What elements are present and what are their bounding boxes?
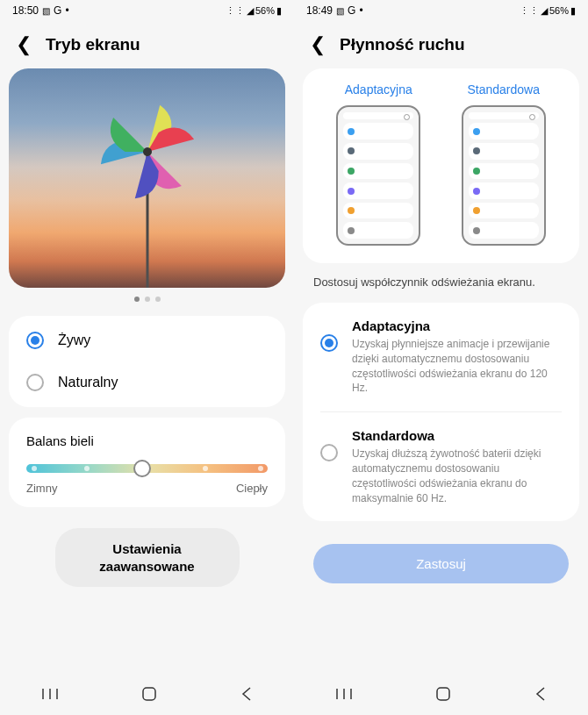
- wifi-icon: ⋮⋮: [226, 5, 245, 17]
- mode-options-card: Żywy Naturalny: [9, 316, 285, 407]
- nav-back-icon[interactable]: [240, 686, 253, 705]
- image-icon: ▧: [336, 6, 344, 16]
- nav-home-icon[interactable]: [435, 686, 451, 705]
- preview-image[interactable]: [9, 68, 285, 288]
- dot-2[interactable]: [145, 297, 150, 302]
- preview-adaptive[interactable]: Adaptacyjna: [336, 82, 420, 246]
- apply-button[interactable]: Zastosuj: [313, 544, 569, 583]
- smoothness-options-card: Adaptacyjna Uzyskaj płynniejsze animacje…: [303, 303, 579, 521]
- wifi-icon: ⋮⋮: [520, 5, 539, 17]
- status-battery: 56%: [255, 5, 275, 16]
- statusbar: 18:50 ▧ G • ⋮⋮ ◢ 56% ▮: [0, 0, 294, 21]
- status-battery: 56%: [549, 5, 569, 16]
- page-title: Płynność ruchu: [340, 35, 465, 54]
- option-desc: Uzyskaj płynniejsze animacje i przewijan…: [352, 337, 562, 396]
- svg-rect-4: [143, 688, 155, 700]
- mode-option-vivid[interactable]: Żywy: [9, 319, 285, 361]
- option-title: Standardowa: [352, 428, 562, 443]
- option-title: Adaptacyjna: [352, 318, 562, 333]
- navbar: [0, 676, 294, 715]
- radio-icon: [26, 332, 44, 349]
- slider-thumb[interactable]: [133, 460, 151, 477]
- mode-label: Żywy: [58, 332, 90, 348]
- signal-icon: ◢: [541, 5, 548, 17]
- svg-rect-8: [437, 688, 449, 700]
- status-g: G: [54, 4, 61, 17]
- preview-row: Adaptacyjna Standardowa: [303, 68, 579, 263]
- nav-home-icon[interactable]: [141, 686, 157, 705]
- section-description: Dostosuj współczynnik odświeżania ekranu…: [294, 267, 588, 297]
- wb-cold-label: Zimny: [26, 482, 57, 495]
- statusbar: 18:49 ▧ G • ⋮⋮ ◢ 56% ▮: [294, 0, 588, 21]
- titlebar: ❮ Płynność ruchu: [294, 21, 588, 65]
- page-indicator: [0, 288, 294, 311]
- dot-icon: •: [359, 4, 362, 17]
- status-time: 18:49: [306, 4, 333, 17]
- battery-icon: ▮: [276, 5, 282, 17]
- preview-standard[interactable]: Standardowa: [462, 82, 546, 246]
- advanced-settings-button[interactable]: Ustawienia zaawansowane: [55, 528, 240, 587]
- white-balance-card: Balans bieli Zimny Ciepły: [9, 418, 285, 507]
- mock-device-icon: [462, 105, 546, 246]
- nav-recents-icon[interactable]: [42, 688, 58, 704]
- option-desc: Uzyskaj dłuższą żywotność baterii dzięki…: [352, 447, 562, 505]
- screen-motion-smoothness: 18:49 ▧ G • ⋮⋮ ◢ 56% ▮ ❮ Płynność ruchu …: [294, 0, 588, 715]
- dot-1[interactable]: [134, 297, 140, 302]
- navbar: [294, 676, 588, 715]
- mock-device-icon: [336, 105, 420, 246]
- status-g: G: [348, 4, 355, 17]
- status-time: 18:50: [12, 4, 39, 17]
- option-adaptive[interactable]: Adaptacyjna Uzyskaj płynniejsze animacje…: [303, 303, 579, 411]
- dot-3[interactable]: [155, 297, 161, 302]
- mode-label: Naturalny: [58, 375, 118, 390]
- preview-label: Standardowa: [467, 82, 540, 97]
- radio-icon: [26, 374, 44, 391]
- battery-icon: ▮: [570, 5, 576, 17]
- titlebar: ❮ Tryb ekranu: [0, 21, 294, 65]
- signal-icon: ◢: [247, 5, 254, 17]
- white-balance-title: Balans bieli: [26, 433, 268, 448]
- dot-icon: •: [65, 4, 68, 17]
- radio-icon: [320, 444, 338, 461]
- radio-icon: [320, 334, 338, 352]
- nav-back-icon[interactable]: [534, 686, 547, 705]
- preview-label: Adaptacyjna: [345, 82, 412, 97]
- white-balance-slider[interactable]: [26, 464, 268, 473]
- back-icon[interactable]: ❮: [16, 33, 32, 56]
- pinwheel-icon: [86, 90, 209, 213]
- back-icon[interactable]: ❮: [310, 33, 326, 56]
- wb-warm-label: Ciepły: [236, 482, 268, 495]
- nav-recents-icon[interactable]: [336, 688, 352, 704]
- option-standard[interactable]: Standardowa Uzyskaj dłuższą żywotność ba…: [320, 411, 562, 521]
- mode-option-natural[interactable]: Naturalny: [9, 361, 285, 404]
- image-icon: ▧: [42, 6, 50, 16]
- page-title: Tryb ekranu: [46, 35, 140, 54]
- screen-display-mode: 18:50 ▧ G • ⋮⋮ ◢ 56% ▮ ❮ Tryb ekranu: [0, 0, 294, 715]
